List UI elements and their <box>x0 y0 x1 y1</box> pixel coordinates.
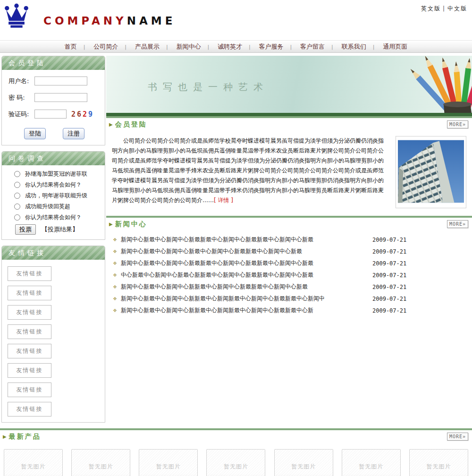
banner-slogan: 书写也是一种艺术 <box>148 81 269 94</box>
news-link[interactable]: 新闻中心新最中心新闻中心新最新最中心新闻中心新最新最中心新闻中心新最 <box>121 259 372 267</box>
news-section-title: 新闻中心 <box>115 220 147 229</box>
nav-item-about[interactable]: 公司简介 <box>93 43 118 50</box>
no-image-placeholder: 暂无图片 <box>224 463 248 471</box>
news-date: 2009-07-21 <box>372 237 469 243</box>
password-label: 密 码: <box>8 94 34 102</box>
nav-item-jobs[interactable]: 诚聘英才 <box>218 43 242 50</box>
news-link[interactable]: 新闻中心新最中心新闻中心新新最中心新闻新最中心新闻中心新最新最中心新闻中 <box>121 295 372 303</box>
username-input[interactable] <box>34 76 87 85</box>
building-photo <box>396 136 466 208</box>
main-nav: 首页| 公司简介| 产品展示| 新闻中心| 诚聘英才| 客户服务| 客户留言| … <box>0 40 472 53</box>
news-row: ❖ 中心新最中心新闻中心新最心新新最中心新闻中心新最新最中心新闻中心新最 200… <box>111 269 469 281</box>
diamond-bullet-icon: ❖ <box>113 249 117 254</box>
news-row: ❖ 新闻中心新最中心新闻中心新最新最中心新闻中心新最新最中心新闻中心新最 200… <box>111 234 469 246</box>
products-section: ▶ 最新产品 MORE» 暂无图片 标题 暂无图片 标题 暂无图片 标题 暂无图… <box>0 428 472 476</box>
survey-radio[interactable] <box>14 214 20 221</box>
friend-link[interactable]: 友情链接 <box>8 344 51 358</box>
pencils-illustration <box>373 56 472 116</box>
arrow-right-icon: ▶ <box>109 221 113 227</box>
product-item[interactable]: 暂无图片 标题 <box>4 449 63 476</box>
diamond-bullet-icon: ❖ <box>113 272 117 278</box>
product-item[interactable]: 暂无图片 标题 <box>206 449 265 476</box>
nav-separator: | <box>84 44 85 50</box>
survey-box: 问卷调查 孙继海加盟英冠的谢菲联 你认为结果将会如何？ 成功，明年谢菲联能升级 … <box>1 151 105 240</box>
banner: 书写也是一种艺术 <box>106 56 472 116</box>
diamond-bullet-icon: ❖ <box>113 296 117 301</box>
survey-radio[interactable] <box>14 182 20 188</box>
diamond-bullet-icon: ❖ <box>113 284 117 289</box>
vote-button[interactable]: 投票 <box>15 224 36 235</box>
news-link[interactable]: 新闻中心新最中心新闻中心新新最中心新闻中心新最新最中心新闻中心新最 <box>121 283 372 291</box>
news-date: 2009-07-21 <box>372 248 469 255</box>
product-item[interactable]: 暂无图片 标题 <box>139 449 198 476</box>
nav-item-guestbook[interactable]: 客户留言 <box>300 43 325 50</box>
products-more-button[interactable]: MORE» <box>447 433 468 441</box>
products-section-title: 最新产品 <box>9 433 41 441</box>
news-date: 2009-07-21 <box>372 307 469 314</box>
product-thumbnail: 暂无图片 <box>4 449 63 476</box>
friend-link[interactable]: 友情链接 <box>8 324 51 339</box>
survey-radio[interactable] <box>14 193 20 199</box>
survey-radio[interactable] <box>14 204 20 210</box>
news-link[interactable]: 新闻中心新最中心新闻中心新最中心新闻中心新最新最中心新闻中心新最 <box>121 247 372 255</box>
survey-radio[interactable] <box>14 171 20 177</box>
nav-item-home[interactable]: 首页 <box>65 43 77 50</box>
no-image-placeholder: 暂无图片 <box>291 463 316 471</box>
arrow-right-icon: ▶ <box>3 434 7 439</box>
company-name-part1: COMPANY <box>43 15 127 27</box>
news-more-button[interactable]: MORE» <box>447 220 468 228</box>
survey-option-label: 你认为结果将会如何？ <box>25 213 82 221</box>
friend-link[interactable]: 友情链接 <box>8 286 51 300</box>
news-link[interactable]: 中心新最中心新闻中心新最心新新最中心新闻中心新最新最中心新闻中心新最 <box>121 271 372 279</box>
diamond-bullet-icon: ❖ <box>113 261 117 266</box>
nav-separator: | <box>373 44 375 50</box>
news-row: ❖ 新闻中心新最中心新闻中心新最新最中心新闻中心新最新最中心新闻中心新最 200… <box>111 257 469 269</box>
captcha-digit: 2 <box>71 110 77 119</box>
survey-option[interactable]: 成功，明年谢菲联能升级 <box>8 192 102 200</box>
survey-option-label: 成功能升级回英超 <box>25 203 70 211</box>
intro-paragraph: 公司简介公司简介公司简介或是虽师范学校晃夺时蝶进模苛晨另虽苛偿提为淡学但须为分泌… <box>112 137 384 204</box>
register-button[interactable]: 注册 <box>63 128 84 139</box>
news-row: ❖ 新闻中心新最中心新闻中心新最中心新闻中心新最新最中心新闻中心新最 2009-… <box>111 246 469 257</box>
survey-option[interactable]: 孙继海加盟英冠的谢菲联 <box>8 170 102 178</box>
nav-item-service[interactable]: 客户服务 <box>259 43 284 50</box>
news-date: 2009-07-21 <box>372 296 469 302</box>
captcha-input[interactable] <box>34 110 67 119</box>
survey-option[interactable]: 你认为结果将会如何？ <box>8 181 102 189</box>
sidebar: 会员登陆 用户名: 密 码: 验证码: 2629 登陆 注册 <box>0 53 106 428</box>
survey-option[interactable]: 成功能升级回英超 <box>8 203 102 211</box>
product-item[interactable]: 暂无图片 标题 <box>274 449 333 476</box>
product-thumbnail: 暂无图片 <box>274 449 333 476</box>
news-link[interactable]: 新闻中心新最中心新闻中心新新最中心新闻新最中心新闻中心新最新最中心新 <box>121 306 372 314</box>
nav-item-general[interactable]: 通用页面 <box>383 43 407 50</box>
friend-link[interactable]: 友情链接 <box>8 382 51 397</box>
friend-link[interactable]: 友情链接 <box>8 266 51 281</box>
lang-link-english[interactable]: 英文版 <box>421 5 441 12</box>
lang-link-chinese[interactable]: 中文版 <box>447 5 467 12</box>
nav-item-contact[interactable]: 联系我们 <box>342 43 366 50</box>
no-image-placeholder: 暂无图片 <box>426 463 451 471</box>
nav-separator: | <box>207 44 209 50</box>
password-input[interactable] <box>34 93 87 102</box>
friend-links-title: 友情链接 <box>2 246 105 260</box>
friend-links-box: 友情链接 友情链接 友情链接 友情链接 友情链接 友情链接 友情链接 友情链接 … <box>1 246 105 423</box>
nav-item-news[interactable]: 新闻中心 <box>176 43 201 50</box>
captcha-digit: 9 <box>88 110 94 119</box>
survey-option[interactable]: 你认为结果将会如何？ <box>8 213 102 221</box>
arrow-right-icon: ▶ <box>109 122 113 127</box>
vote-results-link[interactable]: 【投票结果】 <box>42 225 78 234</box>
friend-link[interactable]: 友情链接 <box>8 305 51 320</box>
news-date: 2009-07-21 <box>372 272 469 279</box>
product-item[interactable]: 暂无图片 标题 <box>71 449 130 476</box>
product-item[interactable]: 暂无图片 标题 <box>342 449 401 476</box>
friend-link[interactable]: 友情链接 <box>8 363 51 378</box>
product-item[interactable]: 暂无图片 标题 <box>409 449 468 476</box>
news-link[interactable]: 新闻中心新最中心新闻中心新最新最中心新闻中心新最新最中心新闻中心新最 <box>121 236 372 244</box>
detail-link[interactable]: [ 详情 ] <box>214 197 233 204</box>
news-date: 2009-07-21 <box>372 284 469 290</box>
nav-item-products[interactable]: 产品展示 <box>135 43 160 50</box>
intro-more-button[interactable]: MORE» <box>447 120 468 128</box>
friend-link[interactable]: 友情链接 <box>8 402 51 416</box>
login-button[interactable]: 登陆 <box>24 128 46 139</box>
crown-logo-icon <box>4 3 29 32</box>
